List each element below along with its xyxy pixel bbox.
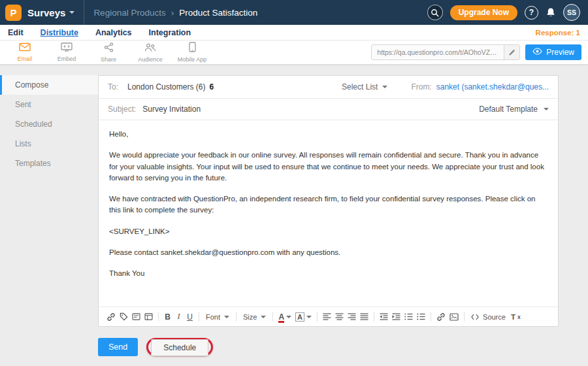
bold-button[interactable]: B — [162, 310, 173, 324]
schedule-button[interactable]: Schedule — [151, 339, 208, 356]
italic-button[interactable]: I — [173, 310, 184, 324]
align-justify-button[interactable] — [358, 310, 370, 324]
compose-panel: To: London Customers (6) 6 Select List F… — [98, 75, 559, 366]
search-icon[interactable] — [427, 5, 443, 20]
body-paragraph: Please contact sanket.shekdar@questionpr… — [109, 247, 547, 258]
distribute-item-share[interactable]: Share — [88, 42, 129, 63]
subject-label: Subject: — [108, 105, 136, 114]
color-swatch — [278, 321, 284, 323]
survey-url-field: https://qa.questionpro.com/t/AOhoVZfqml — [371, 44, 520, 60]
logo-letter: P — [10, 7, 16, 18]
to-list-name: London Customers (6) — [127, 82, 205, 92]
subject-input[interactable]: Survey Invitation — [142, 105, 201, 114]
sidebar-item-scheduled[interactable]: Scheduled — [0, 114, 98, 134]
link-icon[interactable] — [105, 310, 118, 324]
sidebar-item-lists[interactable]: Lists — [0, 134, 98, 154]
tab-analytics[interactable]: Analytics — [95, 28, 132, 37]
editor-toolbar: B I U Font Size A A — [99, 307, 558, 326]
eye-icon — [532, 48, 542, 57]
survey-tabbar: Edit Distribute Analytics Integration Re… — [0, 25, 588, 41]
tab-integration[interactable]: Integration — [149, 28, 191, 37]
schedule-highlight-annotation: Schedule — [146, 338, 213, 356]
embed-icon — [61, 42, 73, 54]
distribute-item-email[interactable]: Email — [4, 42, 46, 62]
from-sender-dropdown[interactable]: sanket (sanket.shekdar@ques... — [436, 82, 549, 92]
share-icon — [104, 42, 114, 55]
distribute-item-embed[interactable]: Embed — [46, 42, 88, 62]
survey-link-group: https://qa.questionpro.com/t/AOhoVZfqml … — [371, 44, 584, 60]
toolbar-divider — [317, 312, 318, 322]
text-color-button[interactable]: A — [276, 310, 293, 324]
sidebar-item-sent[interactable]: Sent — [0, 95, 98, 114]
compose-card: To: London Customers (6) 6 Select List F… — [98, 75, 559, 327]
body-paragraph: <SURVEY_LINK> — [109, 226, 547, 237]
select-list-dropdown[interactable]: Select List — [342, 82, 387, 92]
pencil-icon[interactable] — [504, 45, 519, 59]
sidebar-item-templates[interactable]: Templates — [0, 154, 98, 173]
unordered-list-button[interactable] — [415, 310, 427, 324]
avatar[interactable]: SS — [563, 4, 580, 21]
distribute-toolbar: Email Embed Share Audience Mobile App ht… — [0, 41, 588, 65]
upgrade-button[interactable]: Upgrade Now — [450, 5, 517, 20]
font-select[interactable]: Font — [203, 310, 233, 324]
toolbar-divider — [431, 312, 431, 322]
background-color-button[interactable]: A — [293, 310, 314, 324]
tab-distribute[interactable]: Distribute — [41, 28, 78, 37]
template-icon[interactable] — [142, 310, 155, 324]
response-count: Response: 1 — [536, 29, 580, 37]
distribute-item-audience[interactable]: Audience — [129, 42, 171, 63]
topbar: P Surveys Regional Products › Product Sa… — [0, 0, 588, 25]
source-button[interactable]: Source — [468, 310, 509, 324]
email-body-editor[interactable]: Hello, We would appreciate your feedback… — [99, 120, 558, 307]
bell-icon[interactable] — [546, 7, 556, 18]
to-row: To: London Customers (6) 6 Select List F… — [99, 76, 558, 99]
ordered-list-button[interactable] — [402, 310, 415, 324]
indent-button[interactable] — [390, 310, 402, 324]
envelope-icon — [19, 42, 31, 54]
toolbar-divider — [464, 312, 465, 322]
breadcrumb-separator: › — [171, 8, 174, 18]
outdent-button[interactable] — [378, 310, 390, 324]
chevron-down-icon — [306, 316, 312, 318]
preview-button[interactable]: Preview — [525, 44, 581, 60]
toolbar-divider — [158, 312, 159, 322]
mobile-icon — [189, 42, 196, 55]
code-icon — [471, 314, 479, 320]
body-paragraph: Hello, — [109, 129, 547, 140]
to-label: To: — [108, 82, 118, 92]
action-row: Send Schedule — [98, 338, 559, 356]
align-right-button[interactable] — [346, 310, 358, 324]
chevron-down-icon — [261, 316, 266, 318]
body-paragraph: We would appreciate your feedback in our… — [109, 150, 547, 184]
send-button[interactable]: Send — [98, 338, 138, 356]
help-icon[interactable]: ? — [525, 6, 538, 20]
breadcrumb-parent[interactable]: Regional Products — [93, 8, 165, 18]
survey-url-text[interactable]: https://qa.questionpro.com/t/AOhoVZfqml — [372, 48, 504, 56]
tab-edit[interactable]: Edit — [8, 28, 24, 37]
underline-button[interactable]: U — [184, 310, 195, 324]
align-center-button[interactable] — [333, 310, 346, 324]
product-name: Surveys — [27, 7, 65, 18]
chevron-down-icon — [69, 11, 74, 14]
size-select[interactable]: Size — [240, 310, 269, 324]
placeholder-icon[interactable] — [130, 310, 142, 324]
body-paragraph: We have contracted with QuestionPro, an … — [109, 193, 547, 216]
product-switcher[interactable]: Surveys — [27, 7, 74, 18]
content: Compose Sent Scheduled Lists Templates T… — [0, 65, 588, 366]
insert-image-icon[interactable] — [448, 310, 461, 324]
chevron-down-icon — [544, 108, 549, 110]
distribute-item-mobile-app[interactable]: Mobile App — [171, 42, 213, 63]
remove-format-button[interactable]: Tx — [509, 310, 523, 324]
topbar-actions: Upgrade Now ? SS — [427, 4, 580, 21]
tag-icon[interactable] — [118, 310, 130, 324]
topbar-divider — [84, 0, 84, 25]
sidebar-item-compose[interactable]: Compose — [0, 75, 98, 95]
audience-icon — [144, 42, 156, 55]
align-left-button[interactable] — [321, 310, 333, 324]
insert-link-icon[interactable] — [434, 310, 448, 324]
chevron-down-icon — [286, 316, 291, 318]
template-dropdown[interactable]: Default Template — [479, 105, 549, 114]
toolbar-divider — [199, 312, 199, 322]
email-sidebar: Compose Sent Scheduled Lists Templates — [0, 75, 98, 366]
questionpro-logo[interactable]: P — [5, 5, 22, 21]
